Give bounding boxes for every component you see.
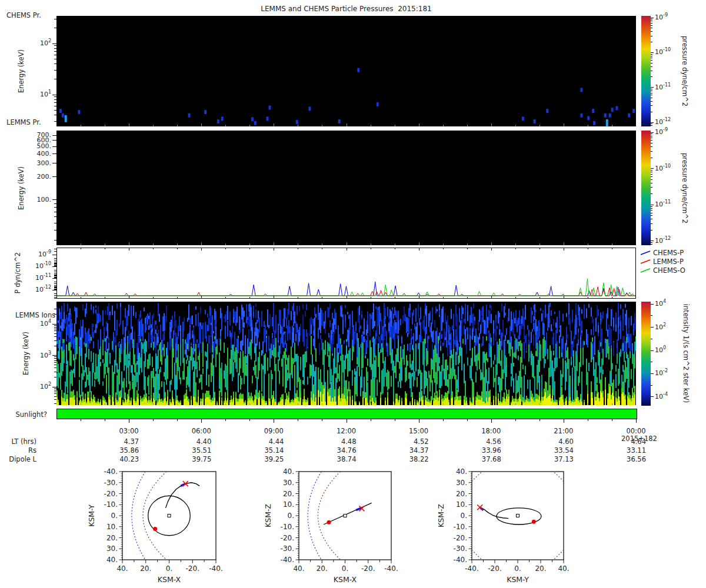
- figure-title: LEMMS and CHEMS Particle Pressures 2015:…: [56, 5, 636, 13]
- axis-row-value: 35.86: [101, 446, 139, 455]
- colorbar-tick-mark: [651, 373, 654, 374]
- hour-tick-inner: [201, 296, 202, 299]
- colorbar-minor-tick: [651, 63, 652, 64]
- y-minor-tick-mark: [54, 309, 56, 309]
- y-minor-tick-mark: [54, 393, 56, 394]
- y-minor-tick-mark: [54, 325, 56, 326]
- saturn-origin-marker: [168, 514, 171, 517]
- orbit-x-tick-label: 0.: [514, 564, 521, 573]
- sunlight-label: Sunlight?: [12, 410, 47, 419]
- legend-item: CHEMS-P: [640, 249, 684, 257]
- axis-row-value: 33.54: [536, 446, 574, 455]
- intensity-colorbar: [641, 302, 651, 406]
- colorbar-minor-tick: [651, 101, 652, 102]
- hour-tick-inner: [347, 123, 347, 126]
- hour-tick-inner: [274, 248, 274, 250]
- y-minor-tick-mark: [54, 298, 56, 299]
- hour-tick-inner: [274, 402, 274, 405]
- hour-tick-inner: [105, 403, 105, 405]
- hour-tick-inner: [491, 248, 492, 250]
- y-minor-tick-mark: [54, 329, 56, 329]
- y-minor-tick-mark: [54, 390, 56, 390]
- bow-shock-curve: [308, 472, 321, 560]
- colorbar-tick-mark: [651, 205, 654, 205]
- hour-tick-inner: [105, 125, 105, 126]
- axis-row-value: 37.13: [536, 455, 574, 463]
- y-tick-mark: [52, 44, 56, 44]
- time-tick-mark: [588, 419, 588, 421]
- y-minor-tick-mark: [54, 330, 56, 331]
- sunlight-bar: [56, 409, 637, 419]
- colorbar-minor-tick: [651, 230, 652, 230]
- y-tick-label: 102: [23, 383, 51, 390]
- hour-tick-inner: [395, 297, 395, 299]
- colorbar-minor-tick: [651, 176, 652, 177]
- colorbar-unit-label-2: pressure dyne/cm^2: [681, 153, 689, 223]
- colorbar-minor-tick: [651, 242, 652, 243]
- orbit-y-tick-label: 40.: [456, 467, 467, 476]
- y-tick-label: 10-9: [23, 250, 51, 258]
- orbit-y-tick-label: 10.: [456, 500, 467, 509]
- panel-label-lemms-pressure: LEMMS Pr.: [6, 118, 41, 126]
- hour-tick-inner: [225, 403, 226, 405]
- orbit-y-axis-label: KSM-Z: [264, 504, 272, 527]
- time-tick-mark: [564, 419, 564, 423]
- hour-tick-inner: [515, 297, 516, 299]
- hour-tick-inner: [81, 403, 81, 405]
- hour-tick-inner: [540, 403, 540, 405]
- time-tick-label: 00:00: [617, 427, 655, 435]
- hour-tick-inner: [443, 248, 444, 249]
- colorbar-tick-mark: [651, 122, 654, 123]
- y-minor-tick-mark: [54, 358, 56, 359]
- orbit-x-axis-label: KSM-X: [334, 575, 357, 584]
- y-tick-label: 104: [23, 320, 51, 328]
- orbit-y-tick-label: 40.: [106, 556, 118, 564]
- colorbar-minor-tick: [651, 76, 652, 77]
- axis-row-value: 38.22: [391, 455, 429, 463]
- y-minor-tick-mark: [54, 51, 56, 52]
- colorbar-minor-tick: [651, 136, 652, 136]
- y-tick-label: 103: [23, 352, 51, 359]
- hour-tick-inner: [201, 123, 202, 126]
- colorbar-minor-tick: [651, 23, 652, 24]
- y-minor-tick-mark: [54, 377, 56, 377]
- hour-tick-inner: [491, 402, 492, 405]
- hour-tick-inner: [153, 248, 154, 249]
- axis-row-value: 37.68: [464, 455, 501, 463]
- colorbar-minor-tick: [651, 140, 652, 141]
- y-minor-tick-mark: [54, 99, 56, 100]
- colorbar-tick-mark: [651, 18, 654, 18]
- y-minor-tick-mark: [54, 19, 56, 19]
- axis-row-label: LT (hrs): [0, 437, 36, 446]
- y-tick-mark: [52, 176, 56, 177]
- y-tick-mark: [52, 95, 56, 95]
- hour-tick-inner: [322, 403, 322, 405]
- orbit-y-tick-label: 10.: [106, 523, 118, 531]
- hour-tick-inner: [322, 243, 322, 245]
- y-minor-tick-mark: [54, 403, 56, 404]
- y-minor-tick-mark: [54, 362, 56, 363]
- hour-tick-inner: [249, 125, 250, 126]
- orbit-x-axis-label: KSM-Y: [507, 575, 529, 584]
- y-minor-tick-mark: [54, 365, 56, 365]
- hour-tick-inner: [298, 243, 298, 245]
- time-tick-label: 09:00: [255, 427, 292, 435]
- colorbar-minor-tick: [651, 25, 652, 26]
- y-minor-tick-mark: [54, 106, 56, 106]
- y-minor-tick-mark: [54, 278, 56, 278]
- y-minor-tick-mark: [54, 289, 56, 290]
- hour-tick-inner: [588, 403, 588, 405]
- time-tick-label: 06:00: [182, 427, 220, 435]
- time-tick-mark: [177, 419, 178, 421]
- hour-tick-inner: [371, 248, 371, 249]
- orbit-y-tick-label: -40.: [281, 556, 294, 564]
- pressure-line-plot: [56, 248, 636, 299]
- y-minor-tick-mark: [54, 262, 56, 262]
- pressure-colorbar-2: [641, 131, 651, 245]
- hour-tick-inner: [105, 297, 105, 299]
- y-minor-tick-mark: [54, 110, 56, 111]
- orbit-y-tick-label: 0.: [461, 512, 467, 520]
- hour-tick-inner: [564, 123, 564, 126]
- hour-tick-inner: [491, 296, 492, 299]
- orbit-plot-ksm-x-ksm-y: -40.-30.-20.-10.0.10.20.30.40.40.20.0.-2…: [78, 463, 239, 584]
